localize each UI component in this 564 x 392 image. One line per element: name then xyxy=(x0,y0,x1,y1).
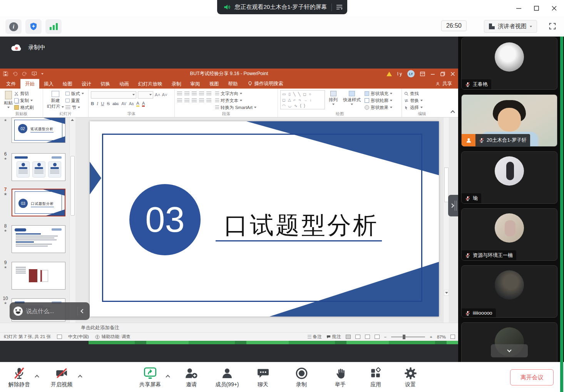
section-button[interactable]: 节 xyxy=(65,104,84,111)
current-slide[interactable]: 03 口试题型分析 xyxy=(90,121,439,317)
decrease-indent-icon[interactable] xyxy=(192,92,197,96)
quick-styles-button[interactable]: 快速样式 xyxy=(341,90,362,111)
fit-slide-button[interactable] xyxy=(450,335,455,339)
columns-icon[interactable] xyxy=(206,99,211,103)
participant-tile[interactable]: 瑜 xyxy=(461,151,557,204)
tab-design[interactable]: 设计 xyxy=(77,79,96,89)
tab-draw[interactable]: 绘图 xyxy=(58,79,77,89)
save-icon[interactable] xyxy=(3,71,8,76)
spellcheck-icon[interactable] xyxy=(57,335,62,339)
zoom-in-button[interactable]: + xyxy=(430,335,432,339)
canvas-vertical-scrollbar[interactable] xyxy=(443,117,449,323)
mic-options-chevron[interactable] xyxy=(35,373,38,380)
zoom-slider-handle[interactable] xyxy=(403,335,405,339)
font-color-button[interactable]: A xyxy=(142,101,145,107)
participant-tile-presenter[interactable]: 20土木合1-罗子轩 xyxy=(461,94,557,147)
char-spacing-button[interactable]: AV xyxy=(121,102,126,106)
network-quality-button[interactable] xyxy=(45,19,62,34)
tab-animations[interactable]: 动画 xyxy=(115,79,134,89)
meeting-info-button[interactable]: i xyxy=(5,19,22,34)
bullets-icon[interactable] xyxy=(177,92,182,96)
tab-view[interactable]: 视图 xyxy=(205,79,224,89)
participant-tile[interactable]: 王春艳 xyxy=(461,37,557,90)
font-name-combobox[interactable] xyxy=(91,91,136,99)
new-slide-button[interactable]: 新建幻灯片 xyxy=(45,90,65,111)
unmute-button[interactable]: 解除静音 xyxy=(1,366,38,388)
shrink-font-button[interactable]: A˅ xyxy=(162,92,167,97)
cut-button[interactable]: 剪切 xyxy=(14,90,34,97)
tab-home[interactable]: 开始 xyxy=(20,79,39,89)
select-button[interactable]: 选择 xyxy=(404,104,440,111)
arrange-button[interactable]: 排列 xyxy=(327,90,339,111)
close-icon[interactable] xyxy=(548,3,560,13)
increase-indent-icon[interactable] xyxy=(199,92,204,96)
change-case-button[interactable]: Aa xyxy=(129,102,134,106)
participant-tile[interactable] xyxy=(461,322,557,362)
smartart-button[interactable]: 转换为 SmartArt xyxy=(215,104,256,111)
security-button[interactable] xyxy=(25,19,42,34)
tab-slideshow[interactable]: 幻灯片放映 xyxy=(134,79,167,89)
replace-button[interactable]: 替换 xyxy=(404,97,440,104)
redo-icon[interactable] xyxy=(22,71,27,76)
qat-more-icon[interactable] xyxy=(41,73,44,75)
slide-thumbnail-9[interactable] xyxy=(12,262,65,290)
share-screen-button[interactable]: 共享屏幕 xyxy=(132,366,169,388)
accessibility-status[interactable]: 辅助功能: 调查 xyxy=(95,334,131,340)
language-indicator[interactable]: 中文(中国) xyxy=(68,334,89,340)
text-shadow-button[interactable]: abc xyxy=(112,102,119,106)
members-button[interactable]: 成员(99+) xyxy=(209,366,246,388)
ppt-restore-icon[interactable] xyxy=(440,72,445,76)
grow-font-button[interactable]: A˄ xyxy=(155,92,160,97)
participant-tile[interactable]: iiiiiooooo xyxy=(461,265,557,318)
numbering-icon[interactable] xyxy=(184,92,189,96)
ribbon-display-options-icon[interactable] xyxy=(420,72,425,76)
tab-help[interactable]: 帮助 xyxy=(224,79,243,89)
warning-icon[interactable] xyxy=(387,72,392,76)
slide-sorter-view-button[interactable] xyxy=(355,335,360,339)
ppt-share-button[interactable]: 共享 xyxy=(435,79,452,89)
slide-thumbnail-6[interactable] xyxy=(12,153,65,181)
underline-button[interactable]: U xyxy=(101,101,104,106)
leave-meeting-button[interactable]: 离开会议 xyxy=(510,369,554,385)
align-right-icon[interactable] xyxy=(192,99,197,103)
ppt-close-icon[interactable] xyxy=(450,72,455,76)
slide-thumbnail-7-selected[interactable]: 03 口试题型分析 xyxy=(12,189,65,216)
tab-transitions[interactable]: 切换 xyxy=(96,79,115,89)
view-mode-button[interactable]: 演讲者视图 xyxy=(484,20,537,33)
normal-view-button[interactable] xyxy=(346,335,351,339)
zoom-level[interactable]: 87% xyxy=(437,335,446,339)
align-text-button[interactable]: 对齐文本 xyxy=(215,97,256,104)
tab-file[interactable]: 文件 xyxy=(2,79,20,89)
shape-outline-button[interactable]: 形状轮廓 xyxy=(365,97,392,104)
tab-review[interactable]: 审阅 xyxy=(186,79,205,89)
fullscreen-button[interactable] xyxy=(547,21,558,32)
panel-collapse-handle[interactable] xyxy=(448,195,459,216)
emoji-icon[interactable] xyxy=(13,307,23,316)
line-spacing-icon[interactable] xyxy=(206,92,211,96)
shapes-gallery[interactable]: ▭ ▯ ╲ ╲ ◻ ○◻ △ ⌐ ¬ → ↓◠ ◡ ∿ { } xyxy=(280,90,325,109)
scroll-more-participants-button[interactable] xyxy=(491,344,528,357)
start-video-button[interactable]: 开启视频 xyxy=(43,366,80,388)
ppt-user-avatar[interactable]: LY xyxy=(407,70,415,77)
collapse-ribbon-button[interactable] xyxy=(451,110,454,115)
raise-hand-button[interactable]: 举手 xyxy=(322,366,359,388)
participant-tile[interactable]: 资源与环境王一楠 xyxy=(461,208,557,261)
align-left-icon[interactable] xyxy=(177,99,182,103)
maximize-icon[interactable] xyxy=(530,3,542,13)
chat-input[interactable]: 说点什么... xyxy=(26,308,74,315)
font-size-combobox[interactable] xyxy=(138,91,153,99)
slide-thumbnail-8[interactable] xyxy=(12,225,65,253)
comments-toggle[interactable]: 批注 xyxy=(326,334,341,340)
bold-button[interactable]: B xyxy=(91,101,94,106)
reset-button[interactable]: 重置 xyxy=(65,97,84,104)
paste-button[interactable]: 粘贴 xyxy=(2,90,14,111)
invite-button[interactable]: 邀请 xyxy=(173,366,210,388)
apps-button[interactable]: 应用 xyxy=(357,366,394,388)
slide-thumbnail-5[interactable]: 02 笔试题型分析 xyxy=(12,117,65,143)
undo-icon[interactable] xyxy=(12,71,18,76)
collapse-chat-icon[interactable] xyxy=(80,309,85,313)
zoom-slider[interactable] xyxy=(391,337,425,337)
notes-placeholder[interactable]: 单击此处添加备注 xyxy=(0,323,458,332)
tell-me-search[interactable]: 操作说明搜索 xyxy=(248,79,283,89)
find-button[interactable]: 查找 xyxy=(404,90,440,97)
